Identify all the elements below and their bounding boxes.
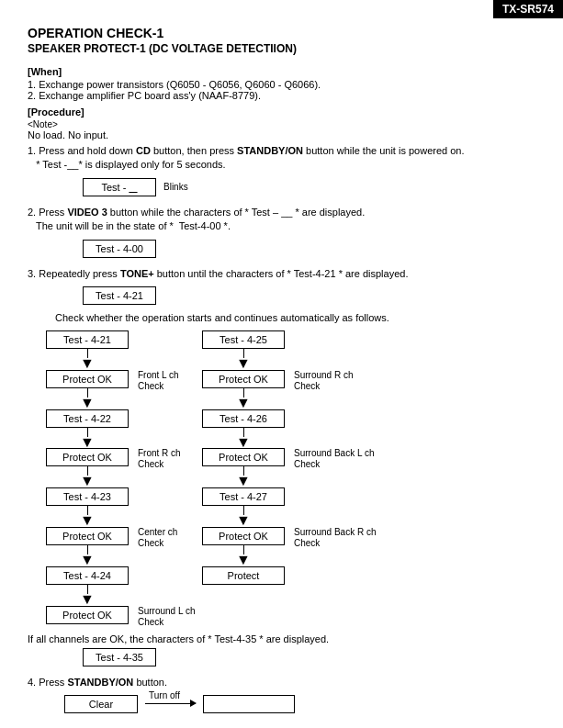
step3-text: 3. Repeatedly press TONE+ button until t… xyxy=(28,267,535,281)
down-arrow-r4: ▼ xyxy=(236,476,251,487)
down-arrow-r2: ▼ xyxy=(236,398,251,409)
flow-box-protect-ok-5: Protect OK xyxy=(202,370,285,388)
page-subtitle: SPEAKER PROTECT-1 (DC VOLTAGE DETECTIION… xyxy=(28,42,535,55)
test435-intro: If all channels are OK, the characters o… xyxy=(28,633,535,644)
test-display-box: Test - xyxy=(83,178,156,196)
surround-l-label: Surround L chCheck xyxy=(132,606,195,628)
down-arrow-2: ▼ xyxy=(80,398,95,409)
empty-result-box xyxy=(203,695,295,713)
surround-back-r-label: Surround Back R chCheck xyxy=(288,527,377,549)
flow-box-test427: Test - 4-27 xyxy=(202,487,285,506)
down-arrow-r6: ▼ xyxy=(236,554,251,566)
front-l-label: Front L chCheck xyxy=(132,370,179,392)
note-text: <Note> xyxy=(28,119,535,129)
step1-text: 1. Press and hold down CD button, then p… xyxy=(28,144,535,173)
when-item-2: 2. Exchange amplifier PC board ass'y (NA… xyxy=(28,90,535,101)
step4-text: 4. Press STANDBY/ON button. xyxy=(28,676,535,689)
flow-box-protect-ok-6: Protect OK xyxy=(202,448,285,466)
blinks-label: Blinks xyxy=(163,182,188,192)
flow-box-protect-ok-3: Protect OK xyxy=(46,527,129,545)
flow-box-protect: Protect xyxy=(202,566,285,585)
test-4-35-box: Test - 4-35 xyxy=(83,648,156,666)
when-label: [When] xyxy=(28,66,535,77)
check-text: Check whether the operation starts and c… xyxy=(55,312,535,323)
procedure-label: [Procedure] xyxy=(28,106,535,118)
page-title: OPERATION CHECK-1 xyxy=(28,26,535,40)
flow-box-test425: Test - 4-25 xyxy=(202,330,285,349)
flow-box-protect-ok-7: Protect OK xyxy=(202,527,285,545)
flow-box-protect-ok-1: Protect OK xyxy=(46,370,129,388)
turn-off-label: Turn off xyxy=(149,690,180,700)
down-arrow-4: ▼ xyxy=(80,476,95,487)
flow-box-test423: Test - 4-23 xyxy=(46,487,129,506)
when-item-1: 1. Exchange power transistors (Q6050 - Q… xyxy=(28,79,535,90)
down-arrow-r1: ▼ xyxy=(236,358,251,370)
down-arrow-r5: ▼ xyxy=(236,515,251,527)
center-ch-label: Center chCheck xyxy=(132,527,177,549)
flow-box-protect-ok-4: Protect OK xyxy=(46,606,129,624)
clear-box: Clear xyxy=(64,695,138,713)
front-r-label: Front R chCheck xyxy=(132,448,181,470)
flow-box-test421: Test - 4-21 xyxy=(46,330,129,349)
flow-box-test426: Test - 4-26 xyxy=(202,409,285,428)
test-4-00-box: Test - 4-00 xyxy=(83,240,156,258)
step2-text: 2. Press VIDEO 3 button while the charac… xyxy=(28,206,535,234)
down-arrow-1: ▼ xyxy=(80,358,95,370)
no-load-text: No load. No input. xyxy=(28,129,535,140)
down-arrow-6: ▼ xyxy=(80,554,95,566)
flow-box-test422: Test - 4-22 xyxy=(46,409,129,428)
test-4-21-box: Test - 4-21 xyxy=(83,286,156,305)
down-arrow-3: ▼ xyxy=(80,437,95,449)
down-arrow-r3: ▼ xyxy=(236,437,251,449)
flow-box-protect-ok-2: Protect OK xyxy=(46,448,129,466)
flow-box-test424: Test - 4-24 xyxy=(46,566,129,585)
down-arrow-7: ▼ xyxy=(80,594,95,606)
surround-r-label: Surround R chCheck xyxy=(288,370,353,392)
model-label: TX-SR574 xyxy=(493,0,563,18)
down-arrow-5: ▼ xyxy=(80,515,95,527)
surround-back-l-label: Surround Back L chCheck xyxy=(288,448,374,470)
